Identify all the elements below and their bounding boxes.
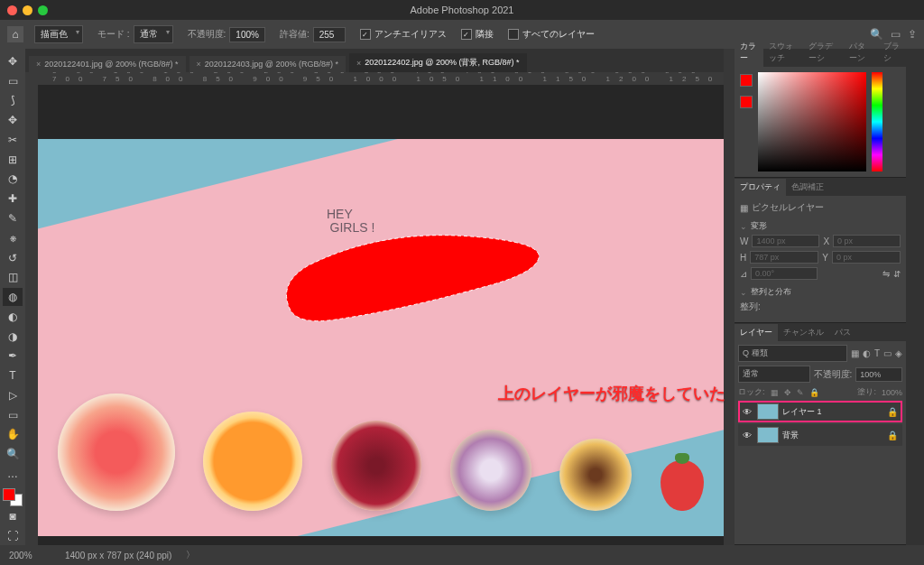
tab-layers[interactable]: レイヤー xyxy=(735,324,778,341)
document-tab[interactable]: ×2020122403.jpg @ 200% (RGB/8#) * xyxy=(189,56,346,72)
tool-marquee[interactable]: ▭ xyxy=(3,72,23,90)
tool-path[interactable]: ▷ xyxy=(3,386,23,404)
layer-name[interactable]: 背景 xyxy=(782,430,883,441)
panel-fg-swatch[interactable] xyxy=(740,74,753,87)
width-field[interactable]: 1400 px xyxy=(752,235,819,247)
tool-dodge[interactable]: ◑ xyxy=(3,328,23,346)
fill-input[interactable]: 100% xyxy=(882,388,902,397)
antialias-checkbox[interactable]: ✓ xyxy=(360,29,371,40)
foreground-swatch[interactable] xyxy=(3,488,15,501)
blend-mode-select[interactable]: 通常 xyxy=(738,366,810,383)
tool-blur[interactable]: ◐ xyxy=(3,308,23,326)
contiguous-label: 隣接 xyxy=(476,28,494,41)
color-picker[interactable] xyxy=(758,72,866,171)
share-icon[interactable]: ⇪ xyxy=(908,28,917,41)
zoom-display[interactable]: 200% xyxy=(9,551,51,560)
hue-slider[interactable] xyxy=(872,72,882,171)
tool-stamp[interactable]: ⎈ xyxy=(3,229,23,247)
canvas-viewport[interactable]: HEY GIRLS ! xyxy=(38,85,724,545)
y-field[interactable]: 0 px xyxy=(832,251,901,264)
opacity-label: 不透明度: xyxy=(188,28,226,41)
layer-thumb[interactable] xyxy=(757,403,779,420)
lock-all-icon[interactable]: ▦ xyxy=(771,388,779,397)
close-window-icon[interactable] xyxy=(7,5,17,15)
lock-pos-icon[interactable]: ✥ xyxy=(784,388,791,397)
layer-thumb[interactable] xyxy=(757,427,779,443)
panel-strip[interactable] xyxy=(724,49,735,545)
filter-shape-icon[interactable]: ▭ xyxy=(883,348,892,358)
tool-type[interactable]: T xyxy=(3,366,23,384)
lock-icon[interactable]: 🔒 xyxy=(887,431,900,440)
visibility-icon[interactable]: 👁 xyxy=(741,431,753,440)
tab-color[interactable]: カラー xyxy=(735,38,763,67)
tab-pattern[interactable]: パターン xyxy=(844,38,878,67)
filter-smart-icon[interactable]: ◈ xyxy=(895,348,902,358)
tool-eyedropper[interactable]: ◔ xyxy=(3,171,23,189)
layer-row[interactable]: 👁 レイヤー 1 🔒 xyxy=(738,401,902,422)
layer-row[interactable]: 👁 背景 🔒 xyxy=(738,424,902,446)
contiguous-checkbox[interactable]: ✓ xyxy=(461,29,472,40)
lock-lock-icon[interactable]: 🔒 xyxy=(809,388,819,397)
lock-pix-icon[interactable]: ✎ xyxy=(797,388,804,397)
document-tab[interactable]: ×2020122402.jpg @ 200% (背景, RGB/8#) * xyxy=(349,53,527,72)
visibility-icon[interactable]: 👁 xyxy=(741,407,753,417)
tab-paths[interactable]: パス xyxy=(829,324,856,341)
tool-heal[interactable]: ✚ xyxy=(3,190,23,208)
document-tabs: ×2020122401.jpg @ 200% (RGB/8#) * ×20201… xyxy=(25,49,724,72)
minimize-window-icon[interactable] xyxy=(23,5,32,15)
tool-hand[interactable]: ✋ xyxy=(3,426,23,444)
lock-icon[interactable]: 🔒 xyxy=(887,407,900,417)
tab-adjustments[interactable]: 色調補正 xyxy=(786,179,829,196)
layer-name[interactable]: レイヤー 1 xyxy=(782,406,883,418)
filter-adj-icon[interactable]: ◐ xyxy=(863,348,871,358)
tab-close-icon[interactable]: × xyxy=(36,60,41,69)
tab-properties[interactable]: プロパティ xyxy=(735,179,786,196)
height-field[interactable]: 787 px xyxy=(750,251,818,264)
screenmode-icon[interactable]: ⛶ xyxy=(3,527,23,545)
tool-brush[interactable]: ✎ xyxy=(3,209,23,227)
filter-type-icon[interactable]: T xyxy=(874,348,880,358)
panel-bg-swatch[interactable] xyxy=(740,96,753,108)
transform-section[interactable]: 変形 xyxy=(740,218,901,235)
filter-img-icon[interactable]: ▦ xyxy=(851,348,859,358)
tool-eraser[interactable]: ◫ xyxy=(3,268,23,286)
status-arrow-icon[interactable]: 〉 xyxy=(186,549,195,561)
home-icon[interactable]: ⌂ xyxy=(7,26,23,42)
quickmask-icon[interactable]: ◙ xyxy=(3,508,23,526)
mode-label: モード : xyxy=(97,28,130,41)
document-tab[interactable]: ×2020122401.jpg @ 200% (RGB/8#) * xyxy=(29,56,186,72)
tool-frame[interactable]: ⊞ xyxy=(3,151,23,169)
tool-pen[interactable]: ✒ xyxy=(3,347,23,365)
tab-channels[interactable]: チャンネル xyxy=(778,324,829,341)
layer-kind-filter[interactable]: Q 種類 xyxy=(738,345,847,362)
layer-opacity-input[interactable]: 100% xyxy=(855,367,902,382)
zoom-window-icon[interactable] xyxy=(38,5,48,15)
tab-close-icon[interactable]: × xyxy=(356,59,361,68)
tool-select[interactable]: ✥ xyxy=(3,111,23,129)
tool-shape[interactable]: ▭ xyxy=(3,406,23,424)
foreground-preset[interactable]: 描画色 xyxy=(34,25,83,43)
mode-select[interactable]: 通常 xyxy=(134,25,173,43)
tool-move[interactable]: ✥ xyxy=(3,52,23,70)
angle-field[interactable]: 0.00° xyxy=(751,267,818,280)
tab-swatches[interactable]: スウォッチ xyxy=(763,38,804,67)
window-controls xyxy=(7,5,48,15)
flip-h-icon[interactable]: ⇋ xyxy=(882,269,890,279)
flip-v-icon[interactable]: ⇵ xyxy=(893,269,901,279)
opacity-input[interactable]: 100% xyxy=(229,27,265,42)
tool-zoom[interactable]: 🔍 xyxy=(3,445,23,463)
all-layers-checkbox[interactable] xyxy=(508,29,519,40)
tool-history-brush[interactable]: ↺ xyxy=(3,249,23,267)
tool-more[interactable]: … xyxy=(3,465,23,483)
tab-brush[interactable]: ブラシ xyxy=(878,38,907,67)
tab-gradient[interactable]: グラデーシ xyxy=(803,38,844,67)
tab-close-icon[interactable]: × xyxy=(197,60,201,69)
tool-bucket[interactable]: ◍ xyxy=(3,288,23,306)
x-field[interactable]: 0 px xyxy=(833,235,901,247)
tolerance-input[interactable]: 255 xyxy=(313,27,346,42)
canvas[interactable]: HEY GIRLS ! xyxy=(38,139,724,536)
tool-lasso[interactable]: ⟆ xyxy=(3,92,23,110)
align-section[interactable]: 整列と分布 xyxy=(740,283,901,301)
tool-crop[interactable]: ✂ xyxy=(3,131,23,149)
color-swatches[interactable] xyxy=(3,488,23,506)
